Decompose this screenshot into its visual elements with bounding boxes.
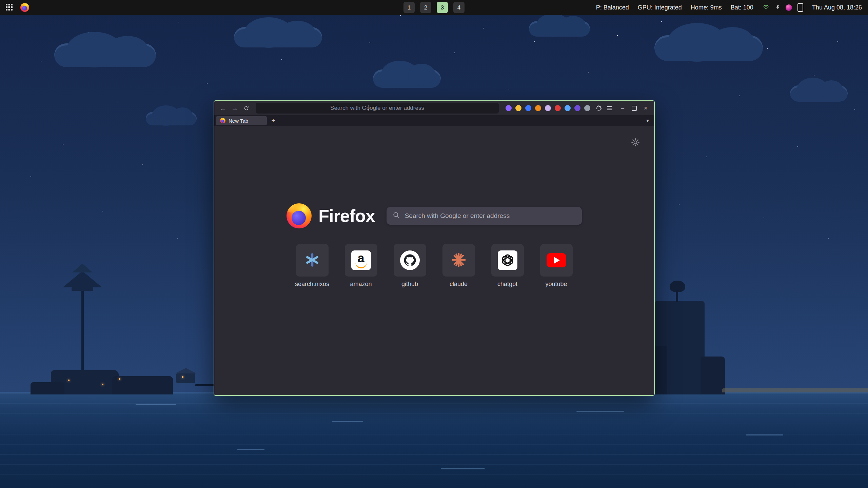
logo-search-row: Firefox Search with Google or enter addr… <box>287 203 581 228</box>
shortcut-label: chatgpt <box>497 281 517 288</box>
chatgpt-openai-icon <box>498 250 517 270</box>
amazon-icon: a <box>351 250 371 270</box>
extensions-puzzle-icon[interactable] <box>594 103 604 113</box>
shortcut-label: github <box>401 281 418 288</box>
workspace-1[interactable]: 1 <box>403 2 415 13</box>
shortcut-label: amazon <box>350 281 372 288</box>
firefox-icon <box>20 3 29 12</box>
search-magnifier-icon <box>393 211 400 221</box>
shortcut-github[interactable]: github <box>394 244 426 288</box>
extension-icon-4[interactable] <box>535 105 541 111</box>
url-bar-placeholder: Search with Google or enter address <box>330 105 424 111</box>
bluetooth-icon[interactable] <box>775 3 780 12</box>
tab-title: New Tab <box>229 118 248 124</box>
newtab-search-input[interactable]: Search with Google or enter address <box>387 207 582 225</box>
ocean <box>0 393 868 488</box>
minimize-button[interactable]: – <box>617 103 628 113</box>
youtube-play-icon <box>547 253 566 267</box>
maximize-button[interactable] <box>629 103 639 113</box>
reload-button[interactable] <box>241 103 252 113</box>
shortcut-youtube[interactable]: youtube <box>540 244 573 288</box>
tab-new-tab[interactable]: New Tab <box>216 116 267 125</box>
shortcut-amazon[interactable]: a amazon <box>345 244 377 288</box>
network-latency-status: Home: 9ms <box>691 4 722 11</box>
workspace-2[interactable]: 2 <box>420 2 431 13</box>
shortcut-search-nixos[interactable]: search.nixos <box>296 244 329 288</box>
battery-status: Bat: 100 <box>731 4 753 11</box>
extension-icon-6[interactable] <box>555 105 561 111</box>
tab-favicon <box>220 118 225 123</box>
new-tab-button[interactable]: + <box>269 116 278 125</box>
tab-strip: New Tab + ▾ <box>214 115 654 126</box>
extension-icon-3[interactable] <box>525 105 531 111</box>
github-octocat-icon <box>400 250 420 270</box>
phone-icon[interactable] <box>797 3 803 12</box>
menu-hamburger-icon[interactable] <box>605 103 615 113</box>
extension-icon-1[interactable] <box>506 105 512 111</box>
extension-icon-9[interactable] <box>584 105 590 111</box>
firefox-wordmark: Firefox <box>318 206 375 226</box>
new-tab-page: Firefox Search with Google or enter addr… <box>214 126 654 395</box>
gpu-status: GPU: Integrated <box>638 4 682 11</box>
extension-icon-8[interactable] <box>574 105 580 111</box>
extension-buttons <box>506 105 590 111</box>
browser-toolbar: ← → Search with Google or enter address <box>214 101 654 115</box>
extension-icon-5[interactable] <box>545 105 551 111</box>
shortcut-tiles: search.nixos a amazon <box>296 244 573 288</box>
app-launcher-button[interactable] <box>4 2 14 13</box>
shortcut-chatgpt[interactable]: chatgpt <box>491 244 524 288</box>
personalize-gear-icon[interactable] <box>629 138 642 148</box>
workspace-switcher: 1 2 3 4 <box>403 2 465 13</box>
firefox-window: ← → Search with Google or enter address <box>214 100 655 396</box>
back-button[interactable]: ← <box>218 103 229 113</box>
shortcut-label: claude <box>450 281 468 288</box>
window-controls: – × <box>617 103 651 113</box>
search-placeholder: Search with Google or enter address <box>405 212 510 220</box>
url-bar[interactable]: Search with Google or enter address <box>256 103 499 114</box>
extension-icon-2[interactable] <box>515 105 521 111</box>
firefox-logo-icon <box>287 203 312 228</box>
shortcut-claude[interactable]: claude <box>442 244 475 288</box>
clock: Thu Aug 08, 18:26 <box>812 4 862 11</box>
color-profile-icon[interactable] <box>786 4 792 11</box>
shortcut-label: youtube <box>545 281 567 288</box>
forward-button[interactable]: → <box>229 103 240 113</box>
close-button[interactable]: × <box>640 103 651 113</box>
workspace-3-active[interactable]: 3 <box>437 2 448 13</box>
wifi-icon[interactable] <box>762 3 770 12</box>
all-tabs-dropdown-button[interactable]: ▾ <box>643 116 652 125</box>
shortcut-label: search.nixos <box>295 281 329 288</box>
status-bar: 1 2 3 4 P: Balanced GPU: Integrated Home… <box>0 0 868 15</box>
grid-icon <box>5 3 13 12</box>
workspace-4[interactable]: 4 <box>453 2 465 13</box>
screen: 1 2 3 4 P: Balanced GPU: Integrated Home… <box>0 0 868 488</box>
extension-icon-7[interactable] <box>565 105 571 111</box>
text-caret <box>369 105 369 111</box>
claude-starburst-icon <box>451 252 466 268</box>
nixos-snowflake-icon <box>305 252 320 268</box>
power-profile-status: P: Balanced <box>596 4 629 11</box>
firefox-taskbar-button[interactable] <box>19 2 31 13</box>
